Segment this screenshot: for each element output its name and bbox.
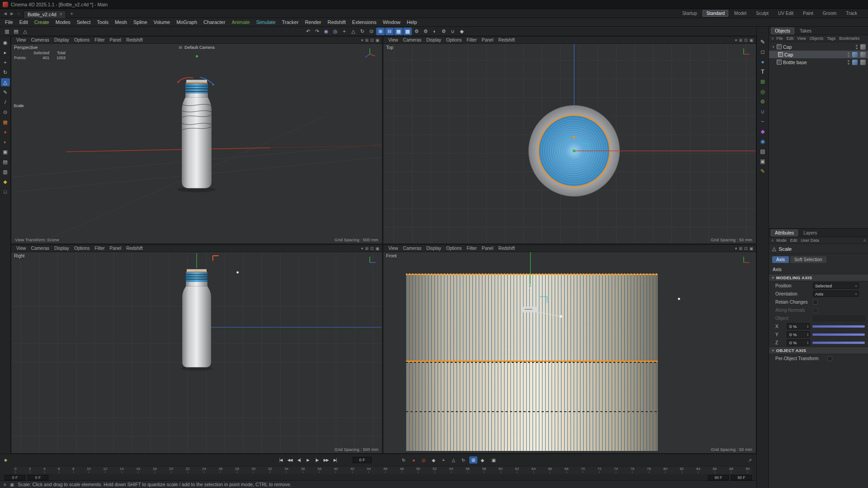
menu-item[interactable]: Spline [130,19,151,25]
nav-icon[interactable]: ⌂ [15,11,22,16]
toolbar-icon[interactable]: ∪ [448,28,457,35]
toolbar-icon[interactable]: + [340,28,349,35]
viewport-corner-icon[interactable]: ⊞ [739,246,742,251]
viewport-menu-item[interactable]: Filter [92,246,107,251]
tool-icon[interactable]: ◆ [1,178,10,186]
tool-icon[interactable]: ◎ [760,89,765,94]
panel-tab[interactable]: Objects [771,28,794,34]
toolbar-icon[interactable]: ↶ [304,28,312,35]
toolbar-icon[interactable]: ⚙ [412,28,421,35]
object-row-cap-group[interactable]: ▾ Cap [769,43,868,51]
modeling-axis-group-header[interactable]: ▾ MODELING AXIS [769,274,868,282]
toolbar-icon[interactable]: ▥ [3,28,11,35]
x-slider[interactable] [812,325,865,328]
phong-tag-icon[interactable] [860,60,866,65]
viewport-corner-icon[interactable]: ⊞ [365,38,368,42]
layout-item[interactable]: Track [842,10,861,17]
range-start-field[interactable]: 0 F [5,475,25,480]
expand-timeline-icon[interactable]: ↗ [748,458,752,463]
visibility-dots[interactable] [856,45,858,49]
tool-icon[interactable]: ● [761,59,764,65]
uv-tag-icon[interactable] [852,60,858,65]
right-canvas[interactable]: Right Grid Spacing : 500 mm [11,252,382,453]
retain-changes-checkbox[interactable] [813,300,818,305]
panel-tab[interactable]: Layers [799,230,821,236]
top-canvas[interactable]: Top Grid Spacing : 50 mm [383,44,756,244]
viewport-menu-item[interactable]: Options [72,246,92,251]
layout-item[interactable]: Sculpt [752,10,772,17]
front-canvas[interactable]: Front Grid Spacing : 50 mm [383,252,756,453]
tool-icon[interactable]: ▤ [1,158,10,166]
tool-icon[interactable]: ▥ [1,168,10,176]
object-axis-group-header[interactable]: ▾ OBJECT AXIS [769,347,868,354]
nav-icon[interactable]: ◀ [2,11,9,16]
key-toggle[interactable]: ⊞ [469,456,477,464]
tool-icon[interactable]: ⊙ [1,108,10,116]
object-row-cap-mesh[interactable]: Cap [769,51,868,58]
object-row-bottle-base[interactable]: Bottle base [769,58,868,66]
viewport-menu-item[interactable]: Redshift [124,38,145,42]
tool-icon[interactable]: ✎ [760,169,765,174]
viewport-corner-icon[interactable]: ⊡ [370,38,374,42]
range-end-field[interactable]: 90 F [708,475,729,480]
transport-button[interactable]: ▶| [331,456,339,464]
viewport-menu-item[interactable]: Cameras [401,246,424,251]
layout-item[interactable]: Paint [799,10,817,17]
tool-icon[interactable]: + [1,58,10,66]
menu-item[interactable]: Help [404,19,420,25]
tool-icon[interactable]: ↻ [1,68,10,76]
current-frame-field[interactable]: 0 F [353,457,372,463]
viewport-menu-item[interactable]: View [386,246,401,251]
toolbar-icon[interactable]: ⊟ [385,28,394,35]
y-slider[interactable] [812,333,865,336]
key-toggle[interactable]: ● [410,456,418,464]
toolbar-icon[interactable]: ↻ [358,28,367,35]
viewport-corner-icon[interactable]: ⊡ [744,246,748,251]
tool-icon[interactable]: ◉ [760,139,765,144]
menu-item[interactable]: Mesh [112,19,130,25]
viewport-menu-item[interactable]: Redshift [496,246,517,251]
menu-item[interactable]: Create [31,19,52,25]
tool-icon[interactable]: ◉ [1,38,10,47]
key-toggle[interactable]: + [439,456,448,464]
nav-icon[interactable]: ▶ [9,11,15,16]
layout-item[interactable]: Standard [703,10,728,17]
key-toggle[interactable]: ↻ [459,456,467,464]
toolbar-icon[interactable]: ▩ [403,28,412,35]
viewport-corner-icon[interactable]: ▾ [361,38,363,42]
panel-menu-item[interactable]: Objects [808,36,826,41]
panel-options-icon[interactable]: ≡ [863,238,866,243]
tool-icon[interactable]: ◆ [760,129,764,134]
hamburger-icon[interactable]: ≡ [771,238,774,243]
toolbar-icon[interactable]: ◐ [430,28,439,35]
menu-item[interactable]: Tracker [279,19,302,25]
tool-icon[interactable]: ● [1,128,10,136]
viewport-menu-item[interactable]: Panel [108,38,124,42]
viewport-menu-item[interactable]: Options [444,246,464,251]
spinner-arrows-icon[interactable]: ▴▾ [807,341,808,345]
key-toggle[interactable]: ◎ [420,456,428,464]
tool-icon[interactable]: ✎ [1,88,10,96]
tool-icon[interactable]: ∪ [761,109,765,114]
per-object-transform-checkbox[interactable] [827,356,832,361]
toolbar-icon[interactable]: ⊙ [367,28,376,35]
viewport-corner-icon[interactable]: ⊞ [365,246,368,251]
menu-item[interactable]: MoGraph [173,19,200,25]
spinner-arrows-icon[interactable]: ▴▾ [807,324,808,328]
viewport-menu-item[interactable]: Redshift [496,38,517,42]
panel-menu-item[interactable]: Mode [774,238,788,243]
menu-item[interactable]: Render [302,19,324,25]
viewport-menu-item[interactable]: Display [52,246,71,251]
menu-item[interactable]: Tools [94,19,112,25]
viewport-menu-item[interactable]: Redshift [124,246,145,251]
viewport-corner-icon[interactable]: ▾ [735,38,737,42]
viewport-corner-icon[interactable]: ▣ [375,38,379,42]
close-icon[interactable]: × [60,12,62,17]
tool-icon[interactable]: □ [761,49,764,55]
tool-icon[interactable]: ▣ [1,148,10,156]
orientation-dropdown[interactable]: Axis ▾ [813,291,859,297]
transport-button[interactable]: ▶▶ [322,456,330,464]
viewport-menu-item[interactable]: View [14,38,28,42]
viewport-menu-item[interactable]: Filter [464,38,479,42]
layout-item[interactable]: UV Edit [774,10,797,17]
